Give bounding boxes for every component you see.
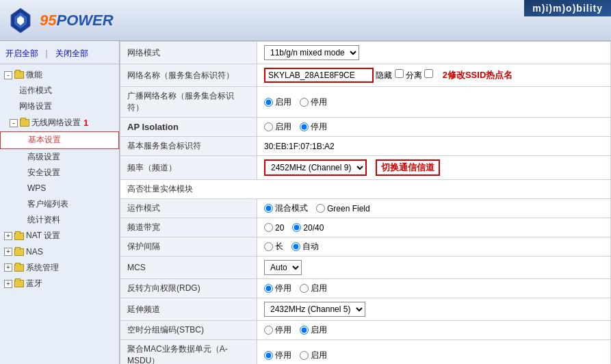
ht-mixed-radio[interactable] <box>264 204 273 213</box>
sidebar-item-xitongguanli[interactable]: + 系统管理 <box>0 260 119 276</box>
sidebar-item-label: 基本设置 <box>28 133 61 146</box>
table-row: 延伸频道 2432MHz (Channel 5) <box>120 298 611 321</box>
channel-select[interactable]: 2452MHz (Channel 9) <box>264 159 367 176</box>
sidebar-item-weineng[interactable]: - 微能 <box>0 67 119 83</box>
stbc-radio-group: 停用 启用 <box>264 324 603 336</box>
sidebar-item-wuxian[interactable]: - 无线网络设置 1 <box>0 115 119 132</box>
sidebar-item-anquanshezhi[interactable]: 安全设置 <box>0 165 119 181</box>
amsdu-disable-label[interactable]: 停用 <box>264 350 291 361</box>
ext-channel-select[interactable]: 2432MHz (Channel 5) <box>264 302 365 317</box>
bssid-value: 30:EB:1F:07:1B:A2 <box>264 142 335 151</box>
amsdu-enable-radio[interactable] <box>300 351 309 360</box>
sidebar-item-lanya[interactable]: + 蓝牙 <box>0 276 119 291</box>
amsdu-disable-radio[interactable] <box>264 351 273 360</box>
hide-checkbox[interactable] <box>395 69 404 78</box>
sidebar-item-jibenshezhi[interactable]: 基本设置 <box>0 131 119 148</box>
expand-icon: + <box>4 280 12 288</box>
sidebar-item-nat[interactable]: + NAT 设置 <box>0 228 119 244</box>
expand-icon: - <box>10 119 18 127</box>
table-row-pinlv: 频率（频道） 2452MHz (Channel 9) 切换通信信道 <box>120 156 611 180</box>
amsdu-enable-label[interactable]: 启用 <box>300 350 327 361</box>
bw-20-label[interactable]: 20 <box>264 223 284 233</box>
guangbo-enable-label[interactable]: 启用 <box>264 96 291 108</box>
rdg-enable-label[interactable]: 启用 <box>300 283 327 294</box>
ssid-input[interactable] <box>264 68 374 83</box>
rdg-enable-radio[interactable] <box>300 284 309 293</box>
sidebar-item-label: NAS <box>26 246 43 259</box>
table-row: 基本服务集合标识符 30:EB:1F:07:1B:A2 <box>120 137 611 156</box>
sidebar-item-kehuliebiao[interactable]: 客户端列表 <box>0 196 119 212</box>
sidebar-item-wps[interactable]: WPS <box>0 181 119 196</box>
sidebar-item-label: 高级设置 <box>27 151 60 164</box>
rdg-disable-radio[interactable] <box>264 284 273 293</box>
row-label: 保护间隔 <box>120 237 257 257</box>
table-row-ap-isolation: AP Isolation 启用 停用 <box>120 118 611 137</box>
table-row: 运作模式 混合模式 Green Field <box>120 199 611 218</box>
row-label: 空时分组编码(STBC) <box>120 321 257 340</box>
row-value: 停用 启用 <box>257 340 611 365</box>
sidebar-item-label: NAT 设置 <box>26 229 60 242</box>
close-all-link[interactable]: 关闭全部 <box>55 49 88 58</box>
guard-long-label[interactable]: 长 <box>264 241 283 252</box>
sidebar-item-label: 运作模式 <box>19 84 52 97</box>
wangluo-moshi-select[interactable]: 11b/g/n mixed mode <box>264 45 359 60</box>
row-label: MCS <box>120 257 257 279</box>
stbc-enable-label[interactable]: 启用 <box>300 324 327 336</box>
expand-icon: + <box>4 248 12 256</box>
stbc-enable-radio[interactable] <box>300 326 309 335</box>
row-label: 网络模式 <box>120 42 257 64</box>
bw-2040-radio[interactable] <box>292 223 301 232</box>
table-row: 广播网络名称（服务集合标识符） 启用 停用 <box>120 87 611 118</box>
ht-green-radio[interactable] <box>316 204 325 213</box>
bw-20-radio[interactable] <box>264 223 273 232</box>
rdg-disable-label[interactable]: 停用 <box>264 283 291 294</box>
sidebar-item-gaojishezhi[interactable]: 高级设置 <box>0 149 119 165</box>
ap-isolation-label: AP Isolation <box>120 118 257 137</box>
row-label: 延伸频道 <box>120 298 257 321</box>
bw-2040-label[interactable]: 20/40 <box>292 223 324 233</box>
guard-auto-label[interactable]: 自动 <box>291 241 319 252</box>
sidebar-item-label: 系统管理 <box>26 261 59 274</box>
sidebar-item-label: 网络设置 <box>19 100 52 113</box>
ht-mixed-label[interactable]: 混合模式 <box>264 203 308 214</box>
ht-green-label[interactable]: Green Field <box>316 204 370 213</box>
stbc-disable-label[interactable]: 停用 <box>264 324 291 336</box>
row-label: 聚合MAC业务数据单元（A-MSDU） <box>120 340 257 365</box>
folder-icon <box>14 233 24 240</box>
stbc-disable-radio[interactable] <box>264 326 273 335</box>
brand-badge: m)i)m)o)bility <box>524 0 611 16</box>
channel-callout: 切换通信信道 <box>376 159 440 176</box>
ap-isolation-enable-radio[interactable] <box>264 122 273 131</box>
ap-isolation-disable-label[interactable]: 停用 <box>300 121 327 133</box>
sidebar-item-yunzuomoshi[interactable]: 运作模式 <box>0 83 119 99</box>
sidebar: 开启全部 ｜ 关闭全部 - 微能 运作模式 网络设置 - 无线网络设置 1 基本… <box>0 41 120 364</box>
guangbo-enable-radio[interactable] <box>264 98 273 107</box>
logo-text: 95POWER <box>40 12 114 29</box>
guangbo-disable-radio[interactable] <box>300 98 309 107</box>
sidebar-item-label: WPS <box>27 182 46 195</box>
row-value: 30:EB:1F:07:1B:A2 <box>257 137 611 156</box>
guard-long-radio[interactable] <box>264 242 273 251</box>
row-label: 网络名称（服务集合标识符） <box>120 64 257 87</box>
sidebar-item-nas[interactable]: + NAS <box>0 244 119 260</box>
section-header-label: 高否壮量实体模块 <box>120 180 611 199</box>
folder-icon <box>14 248 24 256</box>
sidebar-item-tongjiziliao[interactable]: 统计资料 <box>0 212 119 228</box>
guard-auto-radio[interactable] <box>291 242 300 251</box>
sidebar-item-wangluoshezhi[interactable]: 网络设置 <box>0 99 119 114</box>
ap-isolation-disable-radio[interactable] <box>300 122 309 131</box>
row-value: 隐藏 分离 2修改SSID热点名 <box>257 64 611 87</box>
logo: 95POWER <box>7 7 114 34</box>
row-label: 频道带宽 <box>120 218 257 237</box>
expand-icon: + <box>4 263 12 272</box>
mcs-select[interactable]: Auto <box>264 260 302 275</box>
table-row: 网络模式 11b/g/n mixed mode <box>120 42 611 64</box>
row-label: 基本服务集合标识符 <box>120 137 257 156</box>
row-value: 2432MHz (Channel 5) <box>257 298 611 321</box>
ap-isolation-enable-label[interactable]: 启用 <box>264 121 291 133</box>
open-all-link[interactable]: 开启全部 <box>5 49 38 58</box>
sidebar-item-label: 微能 <box>26 68 42 81</box>
separate-checkbox[interactable] <box>424 69 433 78</box>
amsdu-radio-group: 停用 启用 <box>264 350 603 361</box>
guangbo-disable-label[interactable]: 停用 <box>300 96 327 108</box>
